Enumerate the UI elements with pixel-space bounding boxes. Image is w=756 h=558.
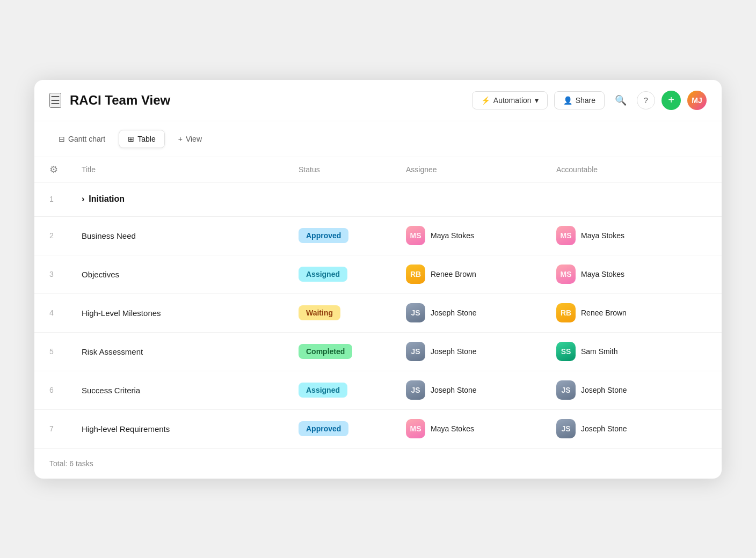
status-badge[interactable]: Completed <box>299 344 352 359</box>
row-number: 6 <box>49 386 82 394</box>
user-avatar[interactable]: MJ <box>687 91 707 110</box>
row-title: Business Need <box>82 221 299 251</box>
assignee-cell: JS Joseph Stone <box>406 303 556 322</box>
view-toolbar: ⊟ Gantt chart ⊞ Table + View <box>34 121 722 157</box>
assignee-name: Maya Stokes <box>431 231 474 240</box>
assignee-cell: JS Joseph Stone <box>406 380 556 400</box>
title-column-header: Title <box>82 165 299 174</box>
chevron-down-icon: ▾ <box>535 96 539 105</box>
assignee-name: Maya Stokes <box>431 424 474 433</box>
row-number: 3 <box>49 270 82 278</box>
accountable-name: Maya Stokes <box>581 231 624 240</box>
row-number: 4 <box>49 309 82 317</box>
search-button[interactable]: 🔍 <box>611 91 630 110</box>
status-cell: Approved <box>299 421 406 436</box>
row-number: 5 <box>49 347 82 356</box>
avatar-face: MS <box>406 226 425 245</box>
avatar-face: RB <box>406 265 425 284</box>
accountable-name: Joseph Stone <box>581 424 627 433</box>
row-title: High-Level Milestones <box>82 298 299 328</box>
add-view-tab[interactable]: + View <box>169 130 211 148</box>
avatar-face: MS <box>556 265 576 284</box>
row-title: Risk Assessment <box>82 336 299 367</box>
status-badge[interactable]: Waiting <box>299 305 340 320</box>
assignee-name: Joseph Stone <box>431 309 477 317</box>
status-badge[interactable]: Approved <box>299 228 348 243</box>
status-badge[interactable]: Assigned <box>299 383 347 398</box>
avatar-face: JS <box>556 380 576 400</box>
assignee-cell: JS Joseph Stone <box>406 342 556 361</box>
row-number: 2 <box>49 231 82 240</box>
avatar-face: MS <box>406 419 425 438</box>
assignee-name: Joseph Stone <box>431 347 477 356</box>
table-row[interactable]: 5 Risk Assessment Completed JS Joseph St… <box>34 333 722 371</box>
avatar-face: JS <box>406 303 425 322</box>
group-title: › Initiation <box>82 194 707 204</box>
status-cell: Assigned <box>299 383 406 398</box>
avatar-face: MS <box>556 226 576 245</box>
accountable-name: Renee Brown <box>581 309 627 317</box>
table-row[interactable]: 2 Business Need Approved MS Maya Stokes … <box>34 217 722 255</box>
table-row[interactable]: 3 Objectives Assigned RB Renee Brown MS … <box>34 255 722 294</box>
accountable-column-header: Accountable <box>556 165 707 174</box>
accountable-name: Maya Stokes <box>581 270 624 278</box>
expand-icon: › <box>82 194 84 204</box>
user-avatar-img: MJ <box>687 91 707 110</box>
table-row[interactable]: 6 Success Criteria Assigned JS Joseph St… <box>34 371 722 410</box>
gantt-icon: ⊟ <box>59 135 65 143</box>
accountable-cell: MS Maya Stokes <box>556 226 707 245</box>
table-icon: ⊞ <box>128 135 134 143</box>
add-view-icon: + <box>178 135 183 143</box>
status-cell: Approved <box>299 228 406 243</box>
menu-button[interactable]: ☰ <box>49 93 61 108</box>
share-button[interactable]: 👤 Share <box>554 91 605 109</box>
status-badge[interactable]: Assigned <box>299 267 347 282</box>
accountable-cell: JS Joseph Stone <box>556 419 707 438</box>
row-title: Success Criteria <box>82 375 299 406</box>
settings-icon[interactable]: ⚙ <box>49 164 82 175</box>
group-row-initiation[interactable]: 1 › Initiation <box>34 182 722 217</box>
assignee-cell: MS Maya Stokes <box>406 226 556 245</box>
accountable-name: Joseph Stone <box>581 386 627 394</box>
assignee-name: Joseph Stone <box>431 386 477 394</box>
header-actions: ⚡ Automation ▾ 👤 Share 🔍 ? + MJ <box>472 91 707 110</box>
table-footer: Total: 6 tasks <box>34 449 722 479</box>
gantt-chart-tab[interactable]: ⊟ Gantt chart <box>49 130 114 148</box>
help-button[interactable]: ? <box>637 91 655 109</box>
accountable-cell: JS Joseph Stone <box>556 380 707 400</box>
table-tab[interactable]: ⊞ Table <box>119 130 164 148</box>
row-title: Objectives <box>82 259 299 290</box>
assignee-column-header: Assignee <box>406 165 556 174</box>
avatar-face: JS <box>556 419 576 438</box>
accountable-name: Sam Smith <box>581 347 617 356</box>
group-num: 1 <box>49 195 82 203</box>
status-cell: Assigned <box>299 267 406 282</box>
share-icon: 👤 <box>563 96 572 105</box>
assignee-cell: RB Renee Brown <box>406 265 556 284</box>
status-column-header: Status <box>299 165 406 174</box>
table-row[interactable]: 4 High-Level Milestones Waiting JS Josep… <box>34 294 722 333</box>
total-tasks-label: Total: 6 tasks <box>49 459 93 468</box>
row-title: High-level Requirements <box>82 414 299 444</box>
assignee-name: Renee Brown <box>431 270 476 278</box>
status-badge[interactable]: Approved <box>299 421 348 436</box>
page-title: RACI Team View <box>70 93 463 108</box>
avatar-face: JS <box>406 342 425 361</box>
table-header: ⚙ Title Status Assignee Accountable <box>34 157 722 182</box>
status-cell: Waiting <box>299 305 406 320</box>
avatar-face: RB <box>556 303 576 322</box>
assignee-cell: MS Maya Stokes <box>406 419 556 438</box>
accountable-cell: SS Sam Smith <box>556 342 707 361</box>
table-row[interactable]: 7 High-level Requirements Approved MS Ma… <box>34 410 722 449</box>
row-number: 7 <box>49 424 82 433</box>
add-button[interactable]: + <box>662 91 681 110</box>
accountable-cell: MS Maya Stokes <box>556 265 707 284</box>
avatar-face: SS <box>556 342 576 361</box>
bolt-icon: ⚡ <box>481 96 490 105</box>
status-cell: Completed <box>299 344 406 359</box>
data-table: ⚙ Title Status Assignee Accountable 1 › … <box>34 157 722 479</box>
accountable-cell: RB Renee Brown <box>556 303 707 322</box>
automation-button[interactable]: ⚡ Automation ▾ <box>472 91 548 109</box>
avatar-face: JS <box>406 380 425 400</box>
header: ☰ RACI Team View ⚡ Automation ▾ 👤 Share … <box>34 80 722 121</box>
